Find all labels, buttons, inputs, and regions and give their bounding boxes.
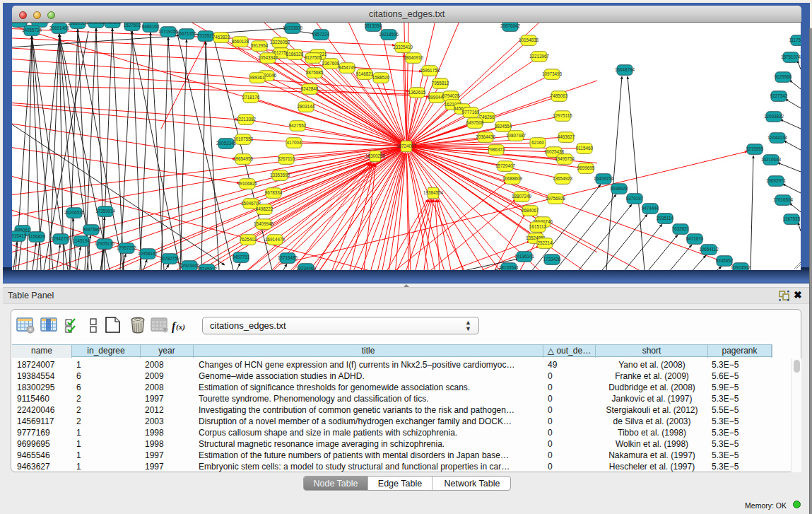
svg-text:12975115: 12975115	[553, 113, 572, 118]
svg-text:6466160: 6466160	[142, 24, 160, 29]
svg-text:(x): (x)	[176, 322, 185, 332]
svg-text:16409154: 16409154	[594, 176, 614, 181]
svg-text:3912954: 3912954	[251, 43, 269, 48]
svg-text:19654955: 19654955	[233, 156, 254, 161]
svg-text:8471676: 8471676	[686, 236, 704, 241]
svg-text:18135541: 18135541	[499, 265, 519, 270]
svg-text:3915413: 3915413	[12, 233, 27, 238]
svg-text:17359914: 17359914	[95, 209, 116, 214]
svg-text:20053346: 20053346	[216, 141, 237, 146]
svg-text:18530930: 18530930	[12, 23, 29, 24]
svg-text:4463627: 4463627	[558, 134, 575, 139]
svg-text:10653287: 10653287	[102, 23, 123, 25]
svg-text:14055724: 14055724	[22, 28, 42, 33]
svg-text:16210643: 16210643	[761, 157, 782, 162]
svg-text:15751074: 15751074	[781, 54, 801, 59]
svg-text:10807487: 10807487	[506, 133, 526, 138]
svg-text:12093832: 12093832	[764, 114, 784, 119]
svg-text:8186328: 8186328	[286, 52, 304, 57]
svg-text:16782759: 16782759	[160, 256, 180, 261]
svg-text:8938928: 8938928	[611, 186, 628, 191]
svg-text:7857224: 7857224	[312, 32, 330, 37]
svg-text:14136141: 14136141	[514, 254, 535, 259]
svg-text:8242848: 8242848	[301, 86, 319, 91]
svg-text:9427552: 9427552	[289, 123, 307, 128]
svg-text:7485063: 7485063	[551, 93, 568, 98]
svg-text:417004: 417004	[286, 140, 302, 145]
svg-text:16033809: 16033809	[283, 25, 303, 30]
svg-text:3813054: 3813054	[365, 23, 382, 28]
svg-text:9678334: 9678334	[265, 190, 283, 195]
svg-text:1156829: 1156829	[28, 234, 46, 239]
svg-text:1733426: 1733426	[543, 257, 561, 262]
svg-text:9127505: 9127505	[305, 55, 322, 60]
svg-text:62160: 62160	[531, 140, 544, 145]
svg-text:13325419: 13325419	[393, 45, 413, 49]
svg-text:19218506: 19218506	[379, 32, 399, 37]
svg-text:11175531: 11175531	[789, 37, 801, 42]
svg-text:4498222: 4498222	[256, 206, 273, 211]
svg-text:3215955: 3215955	[746, 146, 764, 151]
svg-text:10924502: 10924502	[731, 265, 751, 270]
svg-text:13353593: 13353593	[270, 173, 290, 177]
svg-text:17016504: 17016504	[773, 197, 794, 202]
svg-text:19384554: 19384554	[423, 190, 444, 195]
svg-text:19880914: 19880914	[68, 23, 88, 25]
svg-text:18300295: 18300295	[365, 153, 386, 158]
svg-text:15720407: 15720407	[495, 163, 516, 168]
svg-text:7463822: 7463822	[213, 35, 230, 40]
svg-text:9474444: 9474444	[642, 206, 659, 211]
svg-text:18724007: 18724007	[396, 144, 417, 148]
svg-text:8660128: 8660128	[232, 39, 249, 44]
svg-text:18245012: 18245012	[197, 267, 218, 270]
svg-text:12444134: 12444134	[767, 135, 788, 140]
svg-text:10107553: 10107553	[233, 136, 254, 141]
svg-text:9227342: 9227342	[770, 93, 788, 98]
svg-text:9457791: 9457791	[233, 255, 250, 259]
svg-text:12213382: 12213382	[236, 117, 257, 122]
svg-text:9699695: 9699695	[577, 165, 595, 170]
svg-text:13716485: 13716485	[278, 255, 298, 260]
svg-text:13654923: 13654923	[553, 176, 573, 181]
svg-text:16961758: 16961758	[420, 68, 440, 73]
svg-text:9115460: 9115460	[576, 146, 594, 151]
svg-text:6794028: 6794028	[442, 93, 460, 98]
svg-text:17957253: 17957253	[117, 245, 137, 250]
svg-text:13226058: 13226058	[270, 40, 290, 45]
svg-text:6497508: 6497508	[466, 120, 484, 125]
svg-text:7625402: 7625402	[240, 237, 257, 242]
svg-text:7986372: 7986372	[488, 147, 505, 152]
svg-text:15692971: 15692971	[766, 178, 787, 183]
svg-text:2367608: 2367608	[322, 61, 340, 66]
svg-text:20691406: 20691406	[49, 25, 70, 30]
svg-text:2935114: 2935114	[657, 216, 674, 221]
svg-text:10543342: 10543342	[258, 55, 278, 60]
svg-text:20206535: 20206535	[64, 210, 85, 215]
svg-text:1167533: 1167533	[783, 216, 801, 221]
svg-text:9129966: 9129966	[775, 74, 792, 79]
svg-text:989361: 989361	[249, 75, 265, 80]
svg-text:9997586: 9997586	[83, 227, 100, 232]
svg-text:2684067: 2684067	[522, 208, 539, 213]
svg-text:2803144: 2803144	[298, 104, 315, 109]
svg-text:9146821: 9146821	[356, 71, 374, 76]
svg-text:20876642: 20876642	[500, 23, 521, 28]
svg-text:17999355: 17999355	[30, 23, 50, 24]
svg-text:9245652: 9245652	[716, 258, 734, 263]
svg-text:10958187: 10958187	[138, 251, 158, 256]
svg-text:1527602: 1527602	[124, 23, 141, 28]
svg-text:13495754: 13495754	[555, 156, 575, 161]
svg-text:10973493: 10973493	[542, 71, 563, 76]
svg-text:18807249: 18807249	[512, 194, 532, 199]
svg-text:10688609: 10688609	[502, 176, 523, 181]
svg-text:10025438: 10025438	[544, 149, 565, 154]
svg-text:10154838: 10154838	[519, 37, 539, 42]
svg-text:3824554: 3824554	[495, 124, 512, 129]
svg-text:16914479: 16914479	[265, 237, 286, 242]
svg-text:3267110: 3267110	[278, 156, 295, 161]
svg-text:16648784: 16648784	[615, 67, 635, 72]
svg-text:1145194: 1145194	[73, 238, 90, 243]
svg-text:252214: 252214	[537, 240, 553, 245]
svg-text:3875685: 3875685	[306, 70, 324, 75]
svg-text:7955812: 7955812	[432, 81, 449, 86]
